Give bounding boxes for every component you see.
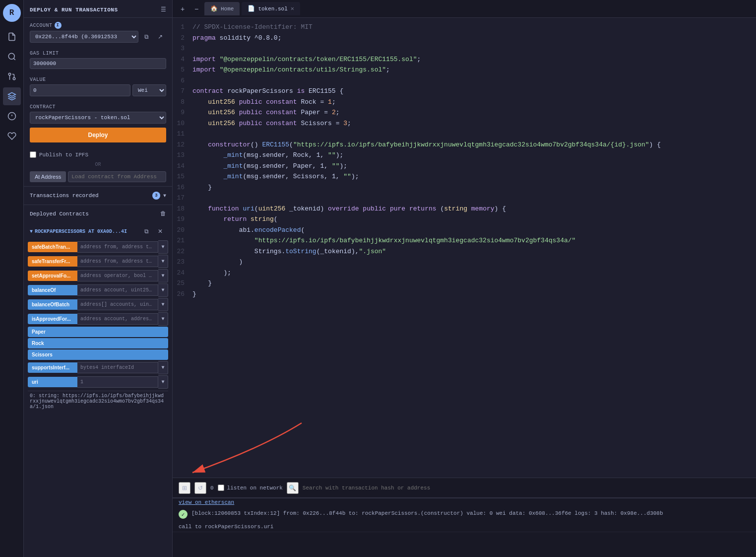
debug-icon[interactable] — [3, 107, 21, 125]
value-input[interactable] — [30, 84, 130, 96]
method-param: address operator, bool app — [77, 270, 158, 281]
line-number: 1 — [173, 22, 192, 32]
etherscan-link[interactable]: view on etherscan — [173, 498, 756, 506]
unit-select[interactable]: WeiGweiEther — [132, 84, 166, 96]
at-address-row: At Address — [24, 169, 172, 186]
method-button[interactable]: safeTransferFr... — [28, 256, 77, 267]
method-chevron-icon[interactable]: ▼ — [158, 255, 168, 268]
method-output: 0: string: https://ipfs.io/ipfs/bafybeih… — [28, 391, 168, 412]
method-chevron-icon[interactable]: ▼ — [158, 361, 168, 374]
code-line: 3 — [173, 43, 756, 54]
deployed-contracts-header[interactable]: Deployed Contracts 🗑 — [24, 205, 172, 222]
publish-ipfs-row: Publish to IPFS — [24, 149, 172, 160]
line-number: 17 — [173, 193, 192, 203]
method-button[interactable]: setApprovalFo... — [28, 271, 77, 281]
app-logo[interactable]: R — [3, 4, 21, 22]
console-success-row: ✓ [block:12060853 txIndex:12] from: 0x22… — [173, 506, 756, 522]
search-icon[interactable] — [3, 48, 21, 66]
line-content: import "@openzeppelin/contracts/utils/St… — [192, 65, 756, 75]
transaction-count-label: 0 — [210, 485, 214, 491]
collapse-instance-icon[interactable]: ▼ — [30, 229, 33, 234]
line-content: uint256 public constant Scissors = 3; — [192, 119, 756, 129]
code-line: 22 Strings.toString(_tokenid),".json" — [173, 246, 756, 257]
code-line: 26} — [173, 289, 756, 300]
zoom-out-button[interactable]: − — [190, 3, 202, 15]
method-chevron-icon[interactable]: ▼ — [158, 240, 168, 254]
deployed-contracts-label: Deployed Contracts — [30, 211, 89, 217]
method-button[interactable]: safeBatchTran... — [28, 242, 77, 252]
line-content: function uri(uint256 _tokenid) override … — [192, 204, 756, 214]
code-line: 12 constructor() ERC1155("https://ipfs.i… — [173, 139, 756, 150]
account-info-icon[interactable]: i — [55, 22, 62, 29]
panel-menu-icon[interactable]: ☰ — [161, 6, 166, 13]
method-chevron-icon[interactable]: ▼ — [158, 298, 168, 311]
at-address-button[interactable]: At Address — [30, 171, 66, 182]
search-transaction-input[interactable] — [303, 485, 750, 491]
line-number: 4 — [173, 55, 192, 65]
line-content — [192, 129, 756, 139]
gas-limit-input[interactable] — [30, 58, 166, 69]
tab-close-icon[interactable]: ✕ — [291, 5, 294, 12]
method-button[interactable]: balanceOf — [28, 285, 77, 295]
simple-method-button[interactable]: Rock — [28, 338, 168, 348]
refresh-icon[interactable]: ↺ — [194, 482, 206, 494]
method-chevron-icon[interactable]: ▼ — [158, 312, 168, 326]
deploy-button[interactable]: Deploy — [30, 128, 166, 142]
line-content: ); — [192, 268, 756, 278]
line-number: 8 — [173, 97, 192, 107]
code-area[interactable]: 1// SPDX-License-Identifier: MIT2pragma … — [173, 18, 756, 478]
account-select[interactable]: 0x226...8f44b (0.36912533 — [30, 31, 138, 43]
delete-contracts-icon[interactable]: 🗑 — [160, 210, 166, 217]
line-number: 14 — [173, 161, 192, 171]
copy-account-button[interactable]: ⧉ — [140, 31, 152, 43]
method-button[interactable]: uri — [28, 377, 77, 387]
method-param: address from, address to, u — [77, 241, 158, 253]
simple-method-button[interactable]: Scissors — [28, 349, 168, 360]
value-label-row: VALUE — [30, 77, 166, 82]
contract-instance-name: ROCKPAPERSCISSORS AT 0XA0D...4I — [35, 229, 138, 234]
editor-area: + − 🏠 Home 📄 token.sol ✕ 1// SPDX-Licens… — [173, 0, 756, 557]
listen-network-checkbox[interactable] — [218, 485, 224, 491]
zoom-in-button[interactable]: + — [177, 3, 189, 15]
line-number: 18 — [173, 204, 192, 214]
code-line: 11 — [173, 129, 756, 139]
line-number: 3 — [173, 44, 192, 54]
deploy-panel-title: DEPLOY & RUN TRANSACTIONS — [30, 7, 118, 13]
file-explorer-icon[interactable] — [3, 28, 21, 46]
close-instance-button[interactable]: ✕ — [154, 225, 166, 237]
method-row: safeTransferFr... address from, address … — [28, 255, 168, 268]
line-number: 23 — [173, 257, 192, 267]
gas-limit-label: GAS LIMIT — [30, 51, 59, 56]
copy-instance-button[interactable]: ⧉ — [140, 225, 152, 237]
line-content: contract rockPaperScissors is ERC1155 { — [192, 86, 756, 96]
line-number: 9 — [173, 108, 192, 118]
simple-method-button[interactable]: Paper — [28, 327, 168, 337]
line-content: abi.encodePacked( — [192, 225, 756, 235]
method-chevron-icon[interactable]: ▼ — [158, 269, 168, 282]
plugin-icon[interactable] — [3, 127, 21, 145]
method-chevron-icon[interactable]: ▼ — [158, 283, 168, 297]
method-button[interactable]: balanceOfBatch — [28, 299, 77, 310]
search-tx-icon[interactable]: 🔍 — [287, 482, 299, 494]
expand-bottom-icon[interactable]: ⊞ — [179, 482, 190, 494]
code-line: 21 "https://ipfs.io/ipfs/bafybeihjjkwdrx… — [173, 235, 756, 246]
method-button[interactable]: isApprovedFor... — [28, 314, 77, 324]
code-line: 4import "@openzeppelin/contracts/token/E… — [173, 54, 756, 65]
tab-home[interactable]: 🏠 Home — [204, 2, 240, 15]
method-chevron-icon[interactable]: ▼ — [158, 375, 168, 389]
external-link-button[interactable]: ↗ — [154, 31, 166, 43]
methods-container: safeBatchTran... address from, address t… — [28, 240, 168, 326]
line-number: 5 — [173, 65, 192, 75]
account-label-row: ACCOUNT i — [30, 22, 166, 29]
load-contract-input[interactable] — [68, 171, 166, 182]
tab-home-label: Home — [221, 6, 234, 12]
method-button[interactable]: supportsInterf... — [28, 362, 77, 373]
code-line: 17 — [173, 193, 756, 204]
line-number: 6 — [173, 76, 192, 86]
tab-token-sol[interactable]: 📄 token.sol ✕ — [242, 2, 300, 15]
deploy-run-icon[interactable] — [3, 87, 21, 105]
transactions-recorded-header[interactable]: Transactions recorded 3 ▼ — [24, 187, 172, 205]
publish-ipfs-checkbox[interactable] — [30, 151, 36, 158]
git-icon[interactable] — [3, 68, 21, 85]
contract-select[interactable]: rockPaperScissors - token.sol — [30, 112, 166, 124]
